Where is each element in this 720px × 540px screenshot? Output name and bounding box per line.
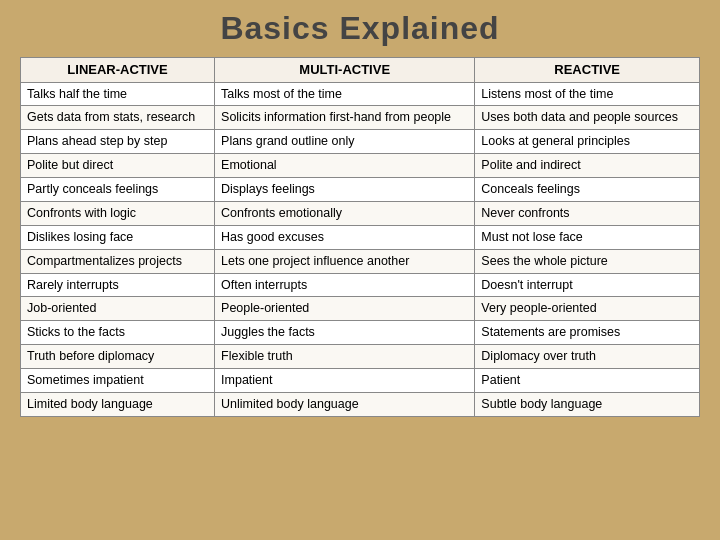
table-row: Dislikes losing faceHas good excusesMust… xyxy=(21,225,700,249)
cell-r9-c2: Very people-oriented xyxy=(475,297,700,321)
cell-r4-c1: Displays feelings xyxy=(215,178,475,202)
cell-r5-c0: Confronts with logic xyxy=(21,201,215,225)
page-title: Basics Explained xyxy=(220,10,499,47)
cell-r2-c1: Plans grand outline only xyxy=(215,130,475,154)
cell-r9-c0: Job-oriented xyxy=(21,297,215,321)
table-row: Partly conceals feelingsDisplays feeling… xyxy=(21,178,700,202)
cell-r13-c2: Subtle body language xyxy=(475,392,700,416)
col-header-2: REACTIVE xyxy=(475,58,700,83)
cell-r5-c1: Confronts emotionally xyxy=(215,201,475,225)
cell-r3-c0: Polite but direct xyxy=(21,154,215,178)
cell-r6-c0: Dislikes losing face xyxy=(21,225,215,249)
table-body: Talks half the timeTalks most of the tim… xyxy=(21,82,700,416)
cell-r7-c1: Lets one project influence another xyxy=(215,249,475,273)
comparison-table: LINEAR-ACTIVEMULTI-ACTIVEREACTIVE Talks … xyxy=(20,57,700,417)
cell-r2-c2: Looks at general principles xyxy=(475,130,700,154)
table-row: Compartmentalizes projectsLets one proje… xyxy=(21,249,700,273)
cell-r13-c0: Limited body language xyxy=(21,392,215,416)
table-row: Truth before diplomacyFlexible truthDipl… xyxy=(21,345,700,369)
cell-r1-c0: Gets data from stats, research xyxy=(21,106,215,130)
cell-r1-c1: Solicits information first-hand from peo… xyxy=(215,106,475,130)
cell-r12-c1: Impatient xyxy=(215,369,475,393)
cell-r10-c1: Juggles the facts xyxy=(215,321,475,345)
cell-r2-c0: Plans ahead step by step xyxy=(21,130,215,154)
cell-r13-c1: Unlimited body language xyxy=(215,392,475,416)
cell-r7-c2: Sees the whole picture xyxy=(475,249,700,273)
table-row: Limited body languageUnlimited body lang… xyxy=(21,392,700,416)
cell-r11-c1: Flexible truth xyxy=(215,345,475,369)
cell-r6-c2: Must not lose face xyxy=(475,225,700,249)
cell-r3-c1: Emotional xyxy=(215,154,475,178)
table-row: Rarely interruptsOften interruptsDoesn't… xyxy=(21,273,700,297)
table-row: Job-orientedPeople-orientedVery people-o… xyxy=(21,297,700,321)
cell-r10-c2: Statements are promises xyxy=(475,321,700,345)
cell-r5-c2: Never confronts xyxy=(475,201,700,225)
cell-r1-c2: Uses both data and people sources xyxy=(475,106,700,130)
cell-r4-c2: Conceals feelings xyxy=(475,178,700,202)
table-row: Plans ahead step by stepPlans grand outl… xyxy=(21,130,700,154)
cell-r4-c0: Partly conceals feelings xyxy=(21,178,215,202)
col-header-1: MULTI-ACTIVE xyxy=(215,58,475,83)
cell-r3-c2: Polite and indirect xyxy=(475,154,700,178)
col-header-0: LINEAR-ACTIVE xyxy=(21,58,215,83)
table-row: Sticks to the factsJuggles the factsStat… xyxy=(21,321,700,345)
cell-r0-c1: Talks most of the time xyxy=(215,82,475,106)
cell-r6-c1: Has good excuses xyxy=(215,225,475,249)
cell-r11-c0: Truth before diplomacy xyxy=(21,345,215,369)
cell-r10-c0: Sticks to the facts xyxy=(21,321,215,345)
cell-r7-c0: Compartmentalizes projects xyxy=(21,249,215,273)
cell-r0-c2: Listens most of the time xyxy=(475,82,700,106)
cell-r8-c1: Often interrupts xyxy=(215,273,475,297)
cell-r8-c2: Doesn't interrupt xyxy=(475,273,700,297)
cell-r9-c1: People-oriented xyxy=(215,297,475,321)
table-row: Confronts with logicConfronts emotionall… xyxy=(21,201,700,225)
table-header-row: LINEAR-ACTIVEMULTI-ACTIVEREACTIVE xyxy=(21,58,700,83)
cell-r12-c0: Sometimes impatient xyxy=(21,369,215,393)
cell-r12-c2: Patient xyxy=(475,369,700,393)
cell-r0-c0: Talks half the time xyxy=(21,82,215,106)
table-row: Talks half the timeTalks most of the tim… xyxy=(21,82,700,106)
table-row: Polite but directEmotionalPolite and ind… xyxy=(21,154,700,178)
cell-r8-c0: Rarely interrupts xyxy=(21,273,215,297)
table-row: Gets data from stats, researchSolicits i… xyxy=(21,106,700,130)
cell-r11-c2: Diplomacy over truth xyxy=(475,345,700,369)
table-row: Sometimes impatientImpatientPatient xyxy=(21,369,700,393)
